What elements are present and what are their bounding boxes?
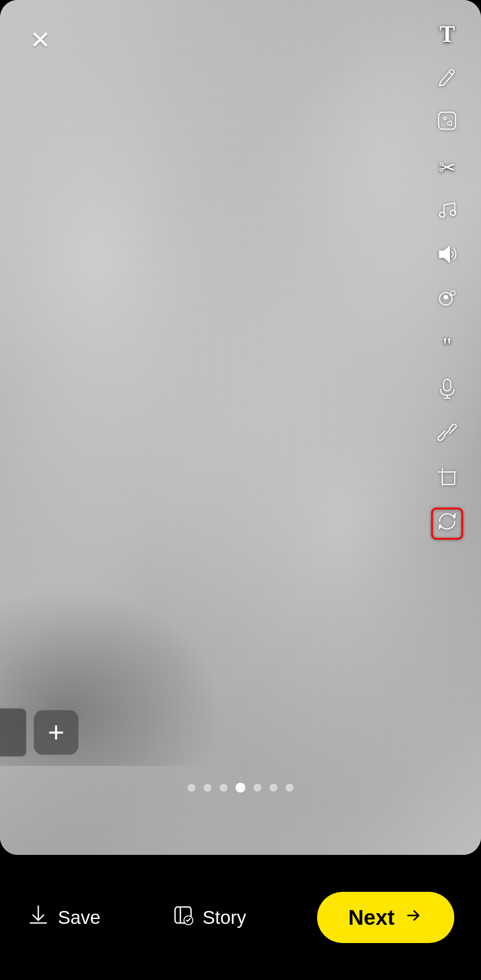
scissors-icon: ✂ <box>439 155 456 179</box>
sticker-tool-button[interactable] <box>431 107 463 139</box>
sticker-icon <box>436 110 458 136</box>
save-label: Save <box>58 907 101 928</box>
svg-marker-4 <box>440 247 449 262</box>
story-label: Story <box>203 907 246 928</box>
spotlight-tool-button[interactable] <box>431 285 463 317</box>
page-dots <box>188 783 293 793</box>
bottom-left-controls: + <box>0 708 78 757</box>
close-icon: ✕ <box>30 28 51 53</box>
draw-tool-button[interactable] <box>431 62 463 94</box>
page-dot-2[interactable] <box>204 784 212 792</box>
link-icon <box>436 421 458 448</box>
spotlight-icon <box>436 288 458 314</box>
page-dot-3[interactable] <box>220 784 228 792</box>
loop-tool-button[interactable] <box>431 508 463 540</box>
main-content: ✕ T <box>0 0 481 855</box>
page-dot-4[interactable] <box>236 783 245 793</box>
pen-icon <box>436 65 458 92</box>
plus-icon: + <box>48 716 64 749</box>
text-tool-button[interactable]: T <box>431 18 463 50</box>
music-icon <box>436 199 458 225</box>
quote-tool-button[interactable]: " <box>431 329 463 362</box>
crop-tool-button[interactable] <box>431 463 463 495</box>
music-tool-button[interactable] <box>431 196 463 228</box>
slide-strip[interactable] <box>0 708 27 757</box>
volume-icon <box>436 243 458 270</box>
story-button[interactable]: Story <box>171 903 246 932</box>
page-dot-7[interactable] <box>285 784 293 792</box>
text-icon: T <box>440 21 455 47</box>
save-icon <box>27 903 50 932</box>
quote-icon: " <box>443 333 452 358</box>
microphone-tool-button[interactable] <box>431 374 463 406</box>
svg-point-1 <box>444 117 446 120</box>
next-arrow-icon <box>404 906 423 930</box>
svg-point-6 <box>451 291 455 295</box>
bottom-bar: Save Story Next <box>0 855 481 980</box>
next-button[interactable]: Next <box>317 892 454 943</box>
scissors-tool-button[interactable]: ✂ <box>431 151 463 183</box>
crop-icon <box>436 466 458 492</box>
page-dot-5[interactable] <box>253 784 261 792</box>
add-slide-button[interactable]: + <box>34 710 78 755</box>
svg-rect-14 <box>442 472 455 484</box>
svg-rect-0 <box>439 112 456 129</box>
right-toolbar: T ✂ <box>431 18 463 540</box>
svg-line-11 <box>444 429 450 435</box>
page-dot-1[interactable] <box>188 784 196 792</box>
volume-tool-button[interactable] <box>431 240 463 272</box>
link-tool-button[interactable] <box>431 419 463 451</box>
close-button[interactable]: ✕ <box>24 24 56 56</box>
page-dot-6[interactable] <box>269 784 277 792</box>
story-icon <box>171 903 195 932</box>
next-label: Next <box>348 905 395 930</box>
save-button[interactable]: Save <box>27 903 101 932</box>
microphone-icon <box>436 377 458 403</box>
svg-rect-8 <box>444 379 451 391</box>
loop-icon <box>436 510 458 537</box>
